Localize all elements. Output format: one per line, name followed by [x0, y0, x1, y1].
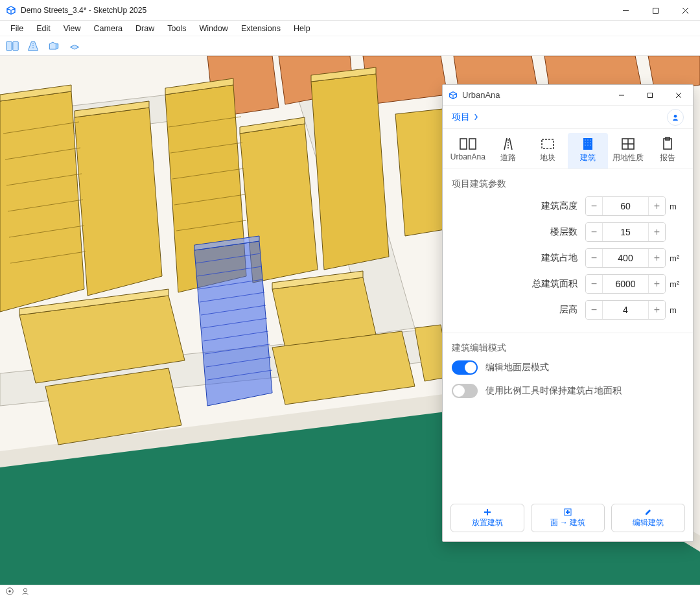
breadcrumb-label: 项目	[452, 112, 470, 123]
edit-building-button[interactable]: 编辑建筑	[611, 504, 685, 532]
section-building-params: 项目建筑参数 建筑高度 − + m 楼层数 − + 建筑占地 −	[443, 169, 693, 333]
tab-parcels[interactable]: 地块	[528, 133, 568, 169]
face-to-building-button[interactable]: 面 → 建筑	[531, 504, 605, 532]
panel-close-button[interactable]	[664, 85, 693, 106]
height-stepper: − +	[585, 196, 666, 216]
section-title: 项目建筑参数	[452, 178, 684, 190]
param-row-gross-area: 总建筑面积 − + m²	[452, 274, 684, 294]
svg-point-64	[23, 588, 27, 591]
tab-report[interactable]: 报告	[648, 133, 688, 169]
menu-file[interactable]: File	[4, 22, 30, 35]
decrement-button[interactable]: −	[586, 301, 603, 319]
svg-rect-93	[566, 511, 570, 513]
panel-titlebar[interactable]: UrbanAna	[443, 85, 693, 106]
menu-edit[interactable]: Edit	[30, 22, 57, 35]
parcel-icon	[539, 137, 557, 151]
increment-button[interactable]: +	[648, 301, 665, 319]
panel-minimize-button[interactable]	[607, 85, 636, 106]
unit-label: m²	[670, 279, 684, 289]
toggle-row-ground-mode: 编辑地面层模式	[452, 360, 684, 375]
breadcrumb[interactable]: 项目	[452, 112, 478, 123]
status-geo-icon[interactable]	[5, 587, 14, 598]
user-avatar-button[interactable]	[667, 109, 684, 126]
toggle-row-keep-footprint: 使用比例工具时保持建筑占地面积	[452, 384, 684, 398]
unit-label: m	[670, 305, 684, 315]
panel-maximize-button[interactable]	[636, 85, 664, 106]
gross-area-input[interactable]	[603, 279, 648, 289]
svg-rect-5	[13, 41, 18, 50]
panel-logo-icon	[448, 90, 458, 100]
increment-button[interactable]: +	[648, 223, 665, 241]
floors-stepper: − +	[585, 222, 666, 242]
building-icon	[579, 137, 597, 151]
panel-action-bar: 放置建筑 面 → 建筑 编辑建筑	[443, 497, 693, 541]
increment-button[interactable]: +	[648, 249, 665, 267]
tool-road-icon[interactable]	[25, 38, 41, 54]
svg-rect-75	[585, 139, 586, 141]
tab-label: 建筑	[580, 152, 596, 163]
decrement-button[interactable]: −	[586, 249, 603, 267]
ground-mode-toggle[interactable]	[452, 360, 478, 375]
unit-label: m	[670, 202, 684, 211]
toggle-label: 使用比例工具时保持建筑占地面积	[485, 385, 622, 397]
param-row-floors: 楼层数 − +	[452, 222, 684, 242]
svg-rect-83	[590, 145, 591, 146]
footprint-input[interactable]	[603, 253, 648, 263]
svg-rect-90	[484, 511, 491, 513]
increment-button[interactable]: +	[648, 197, 665, 215]
tab-label: 报告	[660, 152, 675, 163]
section-title: 建筑编辑模式	[452, 342, 684, 354]
svg-rect-76	[587, 139, 589, 141]
svg-rect-70	[460, 139, 467, 149]
param-label: 楼层数	[550, 226, 578, 238]
decrement-button[interactable]: −	[586, 197, 603, 215]
decrement-button[interactable]: −	[586, 223, 603, 241]
menu-view[interactable]: View	[57, 22, 88, 35]
menu-draw[interactable]: Draw	[129, 22, 161, 35]
increment-button[interactable]: +	[648, 275, 665, 293]
param-row-floor-height: 层高 − + m	[452, 300, 684, 320]
tab-label: UrbanAna	[450, 152, 485, 161]
plus-square-icon	[564, 508, 572, 517]
close-button[interactable]	[670, 0, 700, 21]
plus-icon	[484, 508, 491, 517]
main-window-titlebar: Demo Streets_3.4* - SketchUp 2025	[0, 0, 700, 21]
toggle-label: 编辑地面层模式	[485, 362, 549, 373]
menu-help[interactable]: Help	[287, 22, 317, 35]
height-input[interactable]	[603, 201, 648, 211]
tab-urbanana[interactable]: UrbanAna	[448, 133, 488, 169]
svg-marker-27	[311, 74, 389, 270]
svg-rect-66	[648, 93, 653, 98]
tab-buildings[interactable]: 建筑	[568, 133, 608, 169]
place-building-button[interactable]: 放置建筑	[450, 504, 524, 532]
clipboard-icon	[659, 137, 677, 151]
main-menubar: File Edit View Camera Draw Tools Window …	[0, 21, 700, 36]
menu-window[interactable]: Window	[192, 22, 234, 35]
keep-footprint-toggle[interactable]	[452, 384, 478, 398]
statusbar	[0, 585, 700, 599]
tab-label: 地块	[540, 152, 555, 163]
tool-panel-icon[interactable]	[4, 38, 21, 54]
tool-parcel-icon[interactable]	[66, 38, 83, 54]
menu-tools[interactable]: Tools	[161, 22, 192, 35]
menu-camera[interactable]: Camera	[88, 22, 129, 35]
tab-roads[interactable]: 道路	[488, 133, 528, 169]
panel-breadcrumb-bar: 项目	[443, 106, 693, 129]
decrement-button[interactable]: −	[586, 275, 603, 293]
panel-tabs-urbanana-icon	[459, 137, 477, 151]
floor-height-stepper: − +	[585, 300, 666, 320]
svg-point-63	[9, 590, 11, 592]
chevron-right-icon	[474, 113, 478, 121]
svg-rect-77	[590, 139, 591, 141]
svg-point-69	[674, 114, 677, 117]
tool-building-icon[interactable]	[45, 38, 62, 54]
minimize-button[interactable]	[611, 0, 640, 21]
status-user-icon[interactable]	[21, 587, 30, 598]
floor-height-input[interactable]	[603, 305, 648, 315]
menu-extensions[interactable]: Extensions	[235, 22, 287, 35]
tab-landuse[interactable]: 用地性质	[608, 133, 648, 169]
param-label: 建筑占地	[541, 252, 578, 264]
main-window-title: Demo Streets_3.4* - SketchUp 2025	[21, 6, 611, 15]
maximize-button[interactable]	[640, 0, 670, 21]
floors-input[interactable]	[603, 227, 648, 237]
